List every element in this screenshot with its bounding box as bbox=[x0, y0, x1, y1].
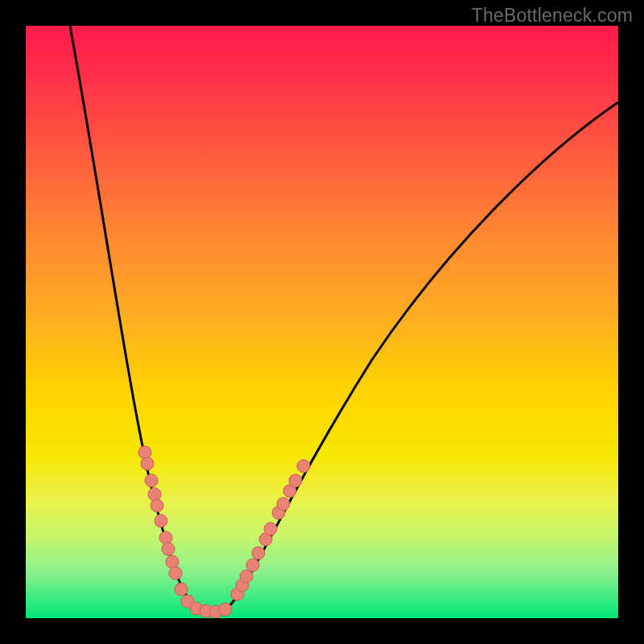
data-point bbox=[264, 522, 277, 535]
data-point bbox=[145, 474, 158, 487]
data-point bbox=[297, 460, 310, 473]
chart-svg bbox=[26, 26, 618, 618]
plot-area bbox=[26, 26, 618, 618]
data-point bbox=[159, 531, 172, 544]
data-point bbox=[166, 555, 179, 568]
bottleneck-curve bbox=[70, 26, 618, 612]
data-point bbox=[169, 567, 182, 580]
data-point bbox=[151, 499, 163, 512]
data-point bbox=[148, 488, 161, 501]
chart-frame: TheBottleneck.com bbox=[0, 0, 644, 644]
data-point bbox=[162, 543, 175, 555]
data-point bbox=[219, 603, 232, 616]
data-point bbox=[240, 570, 253, 583]
markers-bottom bbox=[190, 602, 232, 618]
markers-left bbox=[138, 446, 194, 608]
data-point bbox=[252, 547, 265, 559]
data-point bbox=[155, 514, 167, 527]
data-point bbox=[175, 583, 188, 596]
data-point bbox=[141, 457, 154, 470]
watermark-text: TheBottleneck.com bbox=[472, 5, 633, 27]
markers-right bbox=[231, 460, 310, 601]
data-point bbox=[289, 474, 302, 487]
data-point bbox=[138, 446, 151, 459]
data-point bbox=[277, 497, 290, 510]
data-point bbox=[246, 559, 259, 572]
